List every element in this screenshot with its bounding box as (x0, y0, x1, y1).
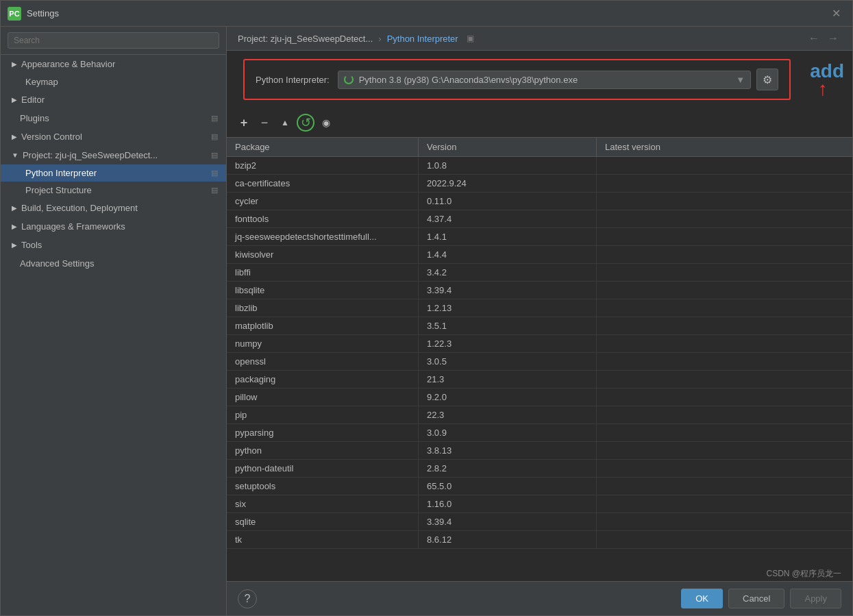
ok-button[interactable]: OK (681, 589, 723, 608)
eye-button[interactable]: ◉ (317, 114, 335, 132)
sidebar-item-advanced[interactable]: Advanced Settings (1, 254, 226, 273)
col-latest: Latest version (597, 138, 852, 156)
apply-button[interactable]: Apply (790, 589, 841, 608)
cell-version: 1.0.8 (419, 157, 597, 174)
cell-version: 3.0.5 (419, 353, 597, 370)
remove-package-button[interactable]: − (256, 114, 273, 132)
table-row[interactable]: libffi 3.4.2 (227, 264, 852, 282)
close-button[interactable]: ✕ (826, 4, 845, 23)
search-bar (1, 27, 226, 55)
col-version: Version (419, 138, 597, 156)
bottom-bar: ? OK Cancel Apply (227, 581, 852, 615)
table-row[interactable]: ca-certificates 2022.9.24 (227, 175, 852, 193)
nav-arrows: ← → (806, 32, 841, 45)
forward-button[interactable]: → (825, 32, 841, 45)
interpreter-value: Python 3.8 (py38) G:\Anaconda3\envs\py38… (359, 75, 578, 85)
cell-package: setuptools (227, 478, 419, 495)
cell-latest (597, 175, 852, 192)
dropdown-arrow-icon: ▼ (736, 75, 745, 85)
cell-version: 2.8.2 (419, 460, 597, 477)
table-row[interactable]: packaging 21.3 (227, 371, 852, 389)
package-table: Package Version Latest version bzip2 1.0… (227, 138, 852, 581)
back-button[interactable]: ← (806, 32, 822, 45)
arrow-icon: ▼ (12, 151, 18, 159)
help-button[interactable]: ? (238, 589, 257, 608)
sidebar-item-python-interpreter[interactable]: Python Interpreter ▤ (1, 164, 226, 182)
table-row[interactable]: kiwisolver 1.4.4 (227, 246, 852, 264)
interpreter-label: Python Interpreter: (256, 75, 330, 85)
cell-package: numpy (227, 335, 419, 352)
interpreter-dropdown[interactable]: Python 3.8 (py38) G:\Anaconda3\envs\py38… (338, 71, 752, 89)
vc-icon: ▤ (211, 132, 218, 141)
table-row[interactable]: six 1.16.0 (227, 495, 852, 513)
arrow-icon: ▶ (12, 223, 17, 230)
table-row[interactable]: openssl 3.0.5 (227, 353, 852, 371)
interpreter-section: Python Interpreter: Python 3.8 (py38) G:… (243, 59, 791, 100)
table-row[interactable]: libsqlite 3.39.4 (227, 282, 852, 299)
table-row[interactable]: tk 8.6.12 (227, 531, 852, 549)
settings-window: PC Settings ✕ ▶ Appearance & Behavior Ke… (0, 0, 853, 616)
cell-package: libsqlite (227, 282, 419, 299)
cell-latest (597, 264, 852, 281)
cell-package: python-dateutil (227, 460, 419, 477)
title-bar: PC Settings ✕ (1, 1, 852, 27)
right-panel: Project: zju-jq_SeeSweepDetect... › Pyth… (227, 27, 852, 615)
cell-package: cycler (227, 193, 419, 210)
table-row[interactable]: bzip2 1.0.8 (227, 157, 852, 175)
arrow-icon: ▶ (12, 60, 17, 68)
gear-button[interactable]: ⚙ (756, 69, 778, 90)
table-body: bzip2 1.0.8 ca-certificates 2022.9.24 cy… (227, 157, 852, 549)
add-package-button[interactable]: + (235, 114, 253, 132)
cell-version: 1.4.4 (419, 246, 597, 263)
sidebar-item-appearance[interactable]: ▶ Appearance & Behavior (1, 55, 226, 73)
cell-latest (597, 371, 852, 388)
table-row[interactable]: pyparsing 3.0.9 (227, 424, 852, 442)
table-row[interactable]: cycler 0.11.0 (227, 193, 852, 210)
sidebar-item-keymap[interactable]: Keymap (1, 73, 226, 90)
table-row[interactable]: setuptools 65.5.0 (227, 478, 852, 495)
sidebar-item-plugins[interactable]: Plugins ▤ (1, 109, 226, 127)
table-row[interactable]: pip 22.3 (227, 406, 852, 424)
refresh-button[interactable]: ↺ (297, 114, 314, 132)
arrow-icon: ▶ (12, 241, 17, 249)
toolbar: + − ▲ ↺ ◉ (227, 108, 852, 138)
cell-package: jq-seesweepdetectshortesttimefull... (227, 228, 419, 245)
structure-icon: ▤ (211, 186, 218, 195)
table-row[interactable]: sqlite 3.39.4 (227, 513, 852, 531)
table-row[interactable]: python 3.8.13 (227, 442, 852, 460)
sidebar-item-tools[interactable]: ▶ Tools (1, 236, 226, 254)
sidebar-item-languages[interactable]: ▶ Languages & Frameworks (1, 217, 226, 236)
table-row[interactable]: numpy 1.22.3 (227, 335, 852, 353)
cell-version: 3.5.1 (419, 317, 597, 334)
table-row[interactable]: pillow 9.2.0 (227, 389, 852, 406)
cell-version: 1.2.13 (419, 299, 597, 317)
sidebar-item-project[interactable]: ▼ Project: zju-jq_SeeSweepDetect... ▤ (1, 146, 226, 164)
cell-package: packaging (227, 371, 419, 388)
table-row[interactable]: matplotlib 3.5.1 (227, 317, 852, 335)
table-row[interactable]: jq-seesweepdetectshortesttimefull... 1.4… (227, 228, 852, 246)
cell-package: sqlite (227, 513, 419, 530)
cell-version: 3.39.4 (419, 513, 597, 530)
search-input[interactable] (8, 32, 219, 49)
sidebar-item-build[interactable]: ▶ Build, Execution, Deployment (1, 199, 226, 217)
table-row[interactable]: python-dateutil 2.8.2 (227, 460, 852, 478)
cell-version: 3.0.9 (419, 424, 597, 441)
col-package: Package (227, 138, 419, 156)
up-arrow-icon: ↑ (818, 79, 828, 99)
plugins-icon: ▤ (211, 114, 218, 123)
table-row[interactable]: fonttools 4.37.4 (227, 210, 852, 228)
main-content: ▶ Appearance & Behavior Keymap ▶ Editor … (1, 27, 852, 615)
cell-version: 2022.9.24 (419, 175, 597, 192)
cell-version: 22.3 (419, 406, 597, 423)
cell-version: 3.39.4 (419, 282, 597, 299)
cell-package: libffi (227, 264, 419, 281)
watermark: CSDN @程序员龙一 (766, 568, 841, 580)
sidebar-item-version-control[interactable]: ▶ Version Control ▤ (1, 127, 226, 146)
table-row[interactable]: libzlib 1.2.13 (227, 299, 852, 317)
up-button[interactable]: ▲ (276, 114, 294, 132)
cell-package: tk (227, 531, 419, 548)
sidebar-item-project-structure[interactable]: Project Structure ▤ (1, 182, 226, 199)
cell-latest (597, 246, 852, 263)
sidebar-item-editor[interactable]: ▶ Editor (1, 90, 226, 109)
cancel-button[interactable]: Cancel (728, 589, 784, 608)
